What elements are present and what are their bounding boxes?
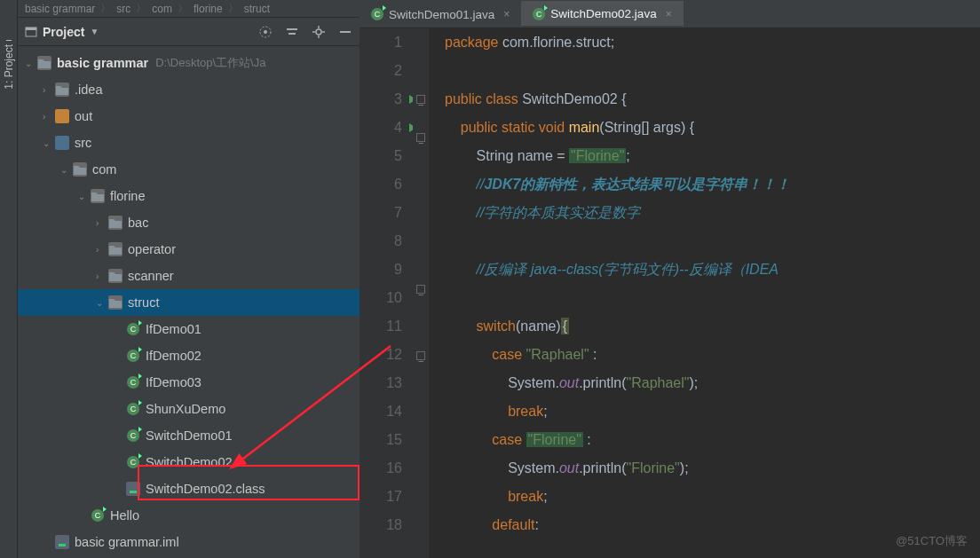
editor-tabs: CSwitchDemo01.java×CSwitchDemo02.java×: [360, 0, 980, 28]
svg-rect-13: [130, 491, 137, 493]
editor-area: CSwitchDemo01.java×CSwitchDemo02.java× 1…: [360, 0, 980, 558]
side-tool-strip[interactable]: 1: Project: [0, 0, 18, 558]
folder-icon: [108, 216, 122, 230]
class-icon: [126, 428, 140, 443]
tree-item-operator[interactable]: ›operator: [18, 236, 360, 263]
fold-icon[interactable]: [416, 285, 425, 294]
folder-icon: [55, 83, 69, 97]
class-icon: [126, 322, 140, 336]
project-title: Project: [43, 25, 84, 39]
tree-item-hello[interactable]: Hello: [18, 502, 360, 529]
folder-icon: [108, 295, 122, 310]
line-gutter: 123456789101112131415161718: [360, 28, 413, 558]
folder-icon: [91, 189, 105, 203]
folder-icon: [37, 56, 51, 70]
tree-item-ifdemo03[interactable]: IfDemo03: [18, 369, 360, 396]
fold-icon[interactable]: [416, 133, 425, 142]
folder-out-icon: [55, 109, 69, 123]
gear-icon[interactable]: [312, 25, 326, 39]
svg-point-6: [316, 29, 321, 35]
folder-icon: [108, 269, 122, 283]
code-editor[interactable]: 123456789101112131415161718 package com.…: [360, 28, 980, 558]
tab-switchdemo01-java[interactable]: CSwitchDemo01.java×: [360, 1, 521, 28]
tab-switchdemo02-java[interactable]: CSwitchDemo02.java×: [521, 1, 683, 28]
minimize-icon[interactable]: [338, 25, 352, 39]
breadcrumb-item[interactable]: struct: [244, 3, 270, 15]
folder-src-icon: [55, 136, 69, 150]
watermark: @51CTO博客: [896, 533, 968, 549]
project-tree[interactable]: ⌄basic grammarD:\Desktop\工作站\Ja›.idea›ou…: [18, 46, 360, 558]
tree-item-out[interactable]: ›out: [18, 103, 360, 130]
class-icon: [126, 455, 140, 469]
file-icon: [55, 535, 69, 549]
breadcrumb-item[interactable]: florine: [194, 3, 223, 15]
class-icon: [126, 375, 140, 389]
tree-item-scanner[interactable]: ›scanner: [18, 263, 360, 289]
code-content[interactable]: package com.florine.struct;public class …: [429, 28, 980, 558]
close-icon[interactable]: ×: [503, 8, 510, 20]
file-icon: [126, 482, 140, 496]
tree-item-struct[interactable]: ⌄struct: [18, 289, 360, 316]
tree-item-bac[interactable]: ›bac: [18, 209, 360, 236]
tree-item-shunxudemo[interactable]: ShunXuDemo: [18, 396, 360, 422]
fold-icon[interactable]: [416, 95, 425, 104]
folder-icon: [73, 162, 87, 177]
side-tab-project[interactable]: 1: Project: [3, 44, 15, 90]
collapse-icon[interactable]: [285, 25, 299, 39]
class-icon: [126, 402, 140, 416]
project-sidebar: basic grammar〉src〉com〉florine〉struct Pro…: [18, 0, 360, 558]
breadcrumb-item[interactable]: src: [116, 3, 130, 15]
tree-item-basic-grammar[interactable]: ⌄basic grammarD:\Desktop\工作站\Ja: [18, 50, 360, 76]
tree-item-ifdemo01[interactable]: IfDemo01: [18, 316, 360, 342]
class-icon: [126, 349, 140, 363]
tree-item-ifdemo02[interactable]: IfDemo02: [18, 342, 360, 369]
project-tool-label[interactable]: Project ▼: [25, 25, 99, 39]
breadcrumb-item[interactable]: basic grammar: [25, 3, 95, 15]
side-underline-icon: [6, 35, 12, 41]
fold-icon[interactable]: [416, 351, 425, 360]
class-icon: [91, 508, 105, 523]
java-class-icon: C: [533, 8, 545, 20]
java-class-icon: C: [371, 8, 383, 20]
dropdown-arrow-icon: ▼: [90, 27, 99, 36]
close-icon[interactable]: ×: [666, 8, 672, 20]
svg-point-3: [264, 30, 267, 34]
tree-item--idea[interactable]: ›.idea: [18, 76, 360, 103]
project-toolbar: Project ▼: [18, 18, 360, 46]
fold-column[interactable]: [413, 28, 429, 558]
breadcrumb: basic grammar〉src〉com〉florine〉struct: [18, 0, 360, 18]
tree-item-florine[interactable]: ⌄florine: [18, 183, 360, 209]
tree-item-src[interactable]: ⌄src: [18, 130, 360, 156]
tree-item-switchdemo02[interactable]: SwitchDemo02: [18, 449, 360, 475]
breadcrumb-item[interactable]: com: [152, 3, 172, 15]
tree-item-switchdemo01[interactable]: SwitchDemo01: [18, 422, 360, 449]
folder-icon: [108, 242, 122, 256]
target-icon[interactable]: [258, 25, 273, 39]
svg-rect-1: [26, 28, 36, 30]
tree-item-com[interactable]: ⌄com: [18, 156, 360, 183]
svg-rect-15: [59, 544, 66, 546]
tree-item-switchdemo02-class[interactable]: SwitchDemo02.class: [18, 475, 360, 502]
tree-item-basic-grammar-iml[interactable]: basic grammar.iml: [18, 529, 360, 555]
project-icon: [25, 26, 37, 38]
